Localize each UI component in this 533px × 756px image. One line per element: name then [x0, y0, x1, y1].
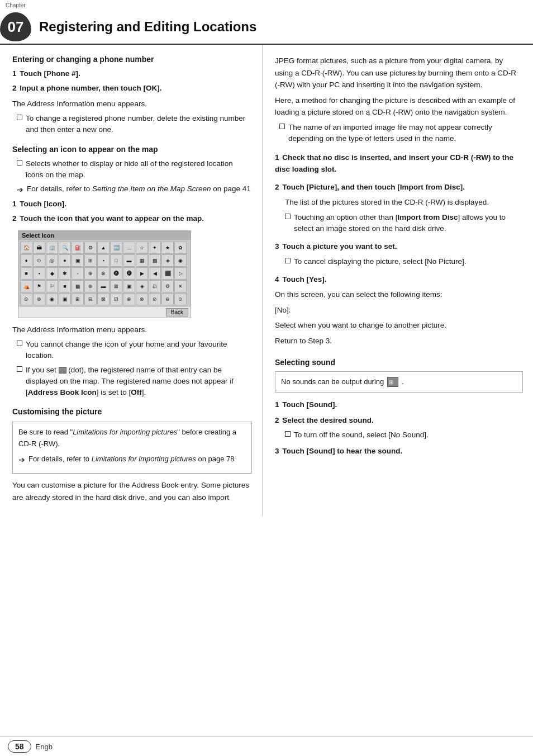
back-button[interactable]: Back — [166, 308, 188, 316]
icon-cell[interactable]: 🅐 — [110, 267, 122, 280]
icon-cell[interactable]: ⚙ — [84, 242, 97, 254]
icon-cell[interactable]: ▩ — [149, 254, 161, 267]
icon-cell[interactable]: ⛽ — [72, 242, 84, 254]
icon-cell[interactable]: ⊗ — [97, 267, 110, 280]
icon-cell[interactable]: ● — [59, 254, 71, 267]
icon-cell[interactable]: ✕ — [174, 280, 187, 292]
icon-cell[interactable]: ⊖ — [161, 293, 174, 305]
step-num: 2 — [275, 183, 279, 191]
icon-cell[interactable]: 🏢 — [46, 242, 58, 254]
step-touch-yes: 4 Touch [Yes]. — [275, 274, 523, 285]
icon-cell[interactable]: ⊕ — [123, 293, 135, 305]
icon-cell[interactable]: ⚑ — [33, 280, 45, 292]
icon-cell[interactable]: ⊟ — [84, 293, 97, 305]
icon-cell[interactable]: ▶ — [136, 267, 148, 280]
icon-cell[interactable]: ◦ — [72, 267, 84, 280]
section1-heading: Entering or changing a phone number — [12, 55, 252, 64]
icon-cell[interactable]: ▣ — [72, 254, 84, 267]
icon-cell[interactable]: … — [123, 242, 135, 254]
icon-cell[interactable]: ◉ — [46, 293, 58, 305]
icon-cell[interactable]: ⊠ — [110, 280, 122, 292]
icon-cell[interactable]: ☆ — [136, 242, 148, 254]
icon-cell[interactable]: ⊠ — [97, 293, 110, 305]
step-num: 2 — [12, 84, 17, 92]
icon-cell[interactable]: 🔍 — [59, 242, 71, 254]
bullet-square-icon — [285, 258, 291, 263]
icon-cell[interactable]: ★ — [161, 242, 174, 254]
icon-cell[interactable]: ▪ — [33, 267, 45, 280]
info-box: No sounds can be output during . — [275, 371, 523, 393]
icon-cell[interactable]: ⊗ — [136, 293, 148, 305]
icon-cell[interactable]: ⊙ — [33, 254, 45, 267]
icon-cell[interactable]: ◆ — [46, 267, 58, 280]
icon-cell[interactable]: ⊡ — [149, 280, 161, 292]
icon-cell[interactable]: 🅟 — [123, 267, 135, 280]
icon-cell[interactable]: ⊕ — [84, 267, 97, 280]
icon-cell[interactable]: ✦ — [149, 242, 161, 254]
right-picture-bullet: Touching an option other than [Import fr… — [285, 212, 523, 235]
icon-cell[interactable]: ◎ — [46, 254, 58, 267]
step-sound-3: 3 Touch [Sound] to hear the sound. — [275, 446, 523, 457]
step-num: 1 — [275, 153, 279, 162]
step-sound-2: 2 Select the desired sound. — [275, 415, 523, 426]
right-column: JPEG format pictures, such as a picture … — [263, 45, 533, 517]
icon-cell[interactable]: ✱ — [59, 267, 71, 280]
icon-cell[interactable]: ⬛ — [161, 267, 174, 280]
step-num: 3 — [275, 242, 279, 251]
icon-cell[interactable]: □ — [110, 254, 122, 267]
step-num: 1 — [12, 69, 17, 78]
step-check-disc: 1 Check that no disc is inserted, and in… — [275, 152, 523, 175]
icon-cell[interactable]: ■ — [20, 267, 32, 280]
step-text: Input a phone number, then touch [OK]. — [20, 84, 161, 92]
footer: 58 Engb — [0, 736, 533, 756]
icon-cell[interactable]: 🏔 — [33, 242, 45, 254]
icon-cell[interactable]: ▲ — [97, 242, 110, 254]
arrow-text: For details, refer to Limitations for im… — [28, 453, 235, 465]
section2-heading: Selecting an icon to appear on the map — [12, 145, 252, 154]
icon-cell[interactable]: ⊡ — [110, 293, 122, 305]
step-text: Select the desired sound. — [282, 416, 374, 424]
icon-cell[interactable]: ▷ — [174, 267, 187, 280]
icon-cell[interactable]: ✿ — [174, 242, 187, 254]
icon-cell[interactable]: 🏠 — [20, 242, 32, 254]
icon-cell[interactable]: ⊛ — [84, 280, 97, 292]
icon-cell[interactable]: ◉ — [174, 254, 187, 267]
icon-cell[interactable]: ◈ — [136, 280, 148, 292]
icon-cell[interactable]: ■ — [59, 280, 71, 292]
icon-grid: Select Icon 🏠 🏔 🏢 🔍 ⛽ ⚙ ▲ 🔤 … ☆ ✦ ★ ✿ — [18, 230, 191, 318]
section1-para1: The Address Information menu appears. — [12, 98, 252, 110]
icon-cell[interactable]: ▪ — [97, 254, 110, 267]
icon-cell[interactable]: ⚙ — [161, 280, 174, 292]
icon-cell[interactable]: ▬ — [123, 254, 135, 267]
step-text: Touch [Phone #]. — [20, 69, 80, 78]
step-text: Touch [Yes]. — [282, 275, 326, 284]
icon-cell[interactable]: ⛺ — [20, 280, 32, 292]
icon-cell[interactable]: ♦ — [20, 254, 32, 267]
bullet-text: To cancel displaying the picture, select… — [294, 256, 466, 267]
icon-cell[interactable]: ▣ — [59, 293, 71, 305]
bullet-square-icon — [285, 214, 291, 219]
icon-cell[interactable]: ▣ — [123, 280, 135, 292]
step-text: Touch [Sound] to hear the sound. — [282, 447, 402, 455]
icon-cell[interactable]: ⚐ — [46, 280, 58, 292]
icon-cell[interactable]: ⊞ — [84, 254, 97, 267]
section-sound-heading: Selecting sound — [275, 358, 523, 367]
icon-cell[interactable]: ⊞ — [72, 293, 84, 305]
note-line1: Be sure to read "Limitations for importi… — [18, 427, 246, 450]
step-num: 3 — [275, 447, 279, 455]
icon-grid-header: Select Icon — [18, 231, 191, 240]
icon-cell[interactable]: ◀ — [149, 267, 161, 280]
icon-cell[interactable]: ⊙ — [174, 293, 187, 305]
bullet-text: The name of an imported image file may n… — [288, 122, 523, 145]
icon-cell[interactable]: ▬ — [97, 280, 110, 292]
step-text: Touch a picture you want to set. — [282, 242, 397, 251]
icon-cell[interactable]: ▩ — [72, 280, 84, 292]
icon-cell[interactable]: ◈ — [161, 254, 174, 267]
icon-cell[interactable]: ⊘ — [149, 293, 161, 305]
step-sound-1: 1 Touch [Sound]. — [275, 399, 523, 410]
icon-cell[interactable]: ⊙ — [20, 293, 32, 305]
icon-cell[interactable]: ▦ — [136, 254, 148, 267]
icon-cell[interactable]: 🔤 — [110, 242, 122, 254]
icon-cell[interactable]: ⊚ — [33, 293, 45, 305]
right-para-continued: JPEG format pictures, such as a picture … — [275, 55, 523, 91]
